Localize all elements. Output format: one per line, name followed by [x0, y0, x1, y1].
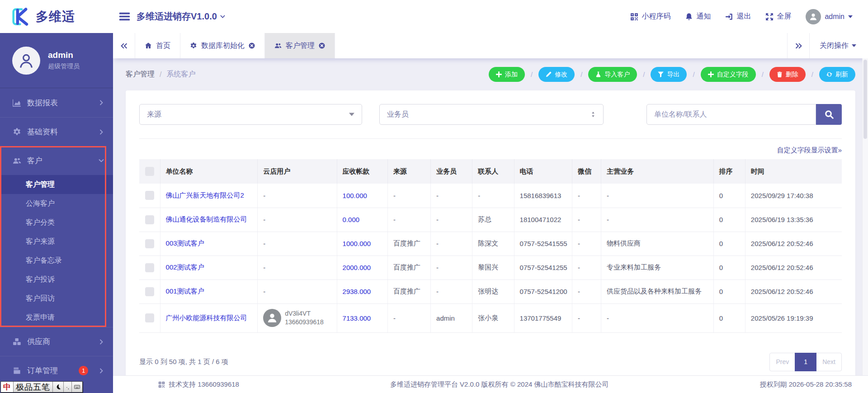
search-input[interactable] — [646, 104, 816, 125]
topbar-action-fullscreen[interactable]: 全屏 — [765, 12, 791, 21]
sidebar-item-reports[interactable]: 数据报表 — [0, 88, 113, 117]
sidebar-subitem-customer-memo[interactable]: 客户备忘录 — [0, 251, 113, 270]
tab-db-init[interactable]: 数据库初始化 — [180, 33, 265, 58]
keyboard-icon[interactable] — [72, 382, 82, 392]
plus-icon — [496, 71, 502, 77]
salesman-cell: admin — [431, 303, 472, 332]
brand-logo-icon — [12, 7, 32, 27]
scrollbar-thumb[interactable] — [863, 60, 867, 139]
customer-name-link[interactable]: 002测试客户 — [160, 256, 258, 279]
sidebar-subitem-customer-complaints[interactable]: 客户投诉 — [0, 270, 113, 289]
customer-name-link[interactable]: 003测试客户 — [160, 232, 258, 256]
pagination-prev-button[interactable]: Prev — [769, 353, 795, 371]
chevron-right-icon — [99, 339, 104, 345]
customer-name-link[interactable]: 广州小欧能源科技有限公司 — [160, 303, 258, 332]
sidebar-item-order-management[interactable]: 订单管理1 — [0, 356, 113, 385]
toolbar-separator: / — [762, 71, 764, 78]
refresh-button[interactable]: 刷新 — [819, 67, 855, 82]
sidebar-subitem-public-customers[interactable]: 公海客户 — [0, 194, 113, 213]
select-all-checkbox[interactable] — [145, 167, 154, 176]
search-icon — [825, 110, 834, 119]
sidebar-subitem-customer-source[interactable]: 客户来源 — [0, 232, 113, 251]
topbar-action-logout[interactable]: 退出 — [725, 12, 751, 21]
row-checkbox[interactable] — [145, 287, 154, 296]
close-icon[interactable] — [319, 43, 325, 49]
source-filter-value: 来源 — [147, 110, 161, 119]
sidebar: admin 超级管理员 数据报表基础资料客户客户管理公海客户客户分类客户来源客户… — [0, 33, 113, 393]
sidebar-subitem-customer-followup[interactable]: 客户回访 — [0, 289, 113, 308]
cloud-user-cell: - — [258, 279, 337, 303]
customer-name-link[interactable]: 001测试客户 — [160, 279, 258, 303]
add-button[interactable]: 添加 — [489, 67, 525, 82]
contact-cell: 张明达 — [472, 279, 514, 303]
pagination-next-button[interactable]: Next — [816, 353, 842, 371]
sort-cell: 0 — [713, 279, 745, 303]
tab-bar: 首页数据库初始化客户管理 关闭操作 — [113, 33, 868, 58]
tab-customer-management[interactable]: 客户管理 — [265, 33, 335, 58]
tabs-scroll-left-icon[interactable] — [113, 33, 135, 58]
search-button[interactable] — [816, 104, 842, 125]
business-cell: - — [601, 208, 714, 232]
sidebar-item-suppliers[interactable]: 供应商 — [0, 327, 113, 356]
phone-cell: 13701775549 — [514, 303, 572, 332]
topbar-action-notifications[interactable]: 通知 — [685, 12, 711, 21]
custom-fields-button[interactable]: 自定义字段 — [701, 67, 756, 82]
sidebar-item-customers[interactable]: 客户 — [0, 146, 113, 175]
customer-name-link[interactable]: 佛山广兴新天地有限公司2 — [160, 184, 258, 208]
wechat-cell: - — [572, 208, 601, 232]
sidebar-subitem-customer-category[interactable]: 客户分类 — [0, 213, 113, 232]
row-checkbox[interactable] — [145, 191, 154, 200]
moon-icon[interactable] — [53, 382, 64, 392]
sidebar-item-label: 数据报表 — [27, 98, 58, 108]
delete-button[interactable]: 删除 — [769, 67, 806, 82]
customer-name-link[interactable]: 佛山通化设备制造有限公司 — [160, 208, 258, 232]
source-filter-select[interactable]: 来源 — [139, 104, 362, 125]
ime-name[interactable]: 极品五笔 — [14, 382, 53, 392]
row-checkbox[interactable] — [145, 215, 154, 224]
user-avatar — [12, 47, 40, 75]
edit-button[interactable]: 修改 — [538, 67, 575, 82]
receivable-amount-link[interactable]: 2938.000 — [337, 279, 387, 303]
receivable-amount-link[interactable]: 1000.000 — [337, 232, 387, 256]
import-customers-button[interactable]: 导入客户 — [588, 67, 637, 82]
row-checkbox[interactable] — [145, 239, 154, 248]
trash-icon — [777, 71, 783, 77]
ime-language-indicator[interactable]: 中 — [1, 382, 14, 392]
breadcrumb-separator: / — [160, 71, 161, 79]
scrollbar[interactable] — [862, 58, 868, 375]
topbar-action-miniprogram-qr[interactable]: 小程序码 — [630, 12, 670, 21]
business-cell: - — [601, 303, 714, 332]
button-label: 自定义字段 — [717, 71, 749, 79]
ime-punctuation-toggle[interactable]: ·, — [64, 382, 72, 392]
table-footer: 显示 0 到 50 项, 共 1 页 / 6 项 Prev 1 Next — [139, 353, 842, 371]
pagination-page-1-button[interactable]: 1 — [795, 353, 816, 371]
sidebar-subitem-invoice-request[interactable]: 发票申请 — [0, 308, 113, 327]
close-operations-dropdown[interactable]: 关闭操作 — [809, 33, 868, 58]
app-title-dropdown[interactable]: 多维适进销存V1.0.0 — [137, 10, 225, 23]
sidebar-subitem-customer-management[interactable]: 客户管理 — [0, 175, 113, 194]
close-icon[interactable] — [249, 43, 255, 49]
caret-down-icon — [852, 43, 856, 48]
hamburger-menu-icon[interactable] — [119, 11, 130, 22]
receivable-amount-link[interactable]: 0.000 — [337, 208, 387, 232]
receivable-amount-link[interactable]: 2000.000 — [337, 256, 387, 279]
cloud-user-cell: - — [258, 232, 337, 256]
refresh-icon — [826, 71, 832, 77]
receivable-amount-link[interactable]: 7133.000 — [337, 303, 387, 332]
tabbar-right: 关闭操作 — [787, 33, 868, 58]
wechat-cell: - — [572, 279, 601, 303]
table-row: 佛山广兴新天地有限公司2-100.000---15816839613--0202… — [139, 184, 842, 208]
custom-field-display-settings-link[interactable]: 自定义字段显示设置» — [777, 146, 842, 155]
row-checkbox[interactable] — [145, 263, 154, 272]
breadcrumb-item-page: 系统客户 — [166, 70, 195, 79]
sidebar-item-basic-data[interactable]: 基础资料 — [0, 117, 113, 146]
ime-toolbar[interactable]: 中 极品五笔 ·, — [0, 381, 83, 393]
topbar-user-menu[interactable]: admin — [806, 9, 853, 24]
row-checkbox[interactable] — [145, 313, 154, 322]
receivable-amount-link[interactable]: 100.000 — [337, 184, 387, 208]
tabs-scroll-right-icon[interactable] — [787, 33, 809, 58]
salesman-filter-select[interactable]: 业务员 — [379, 104, 604, 125]
column-header: 电话 — [514, 159, 572, 184]
export-button[interactable]: 导出 — [651, 67, 687, 82]
tab-home[interactable]: 首页 — [135, 33, 180, 58]
